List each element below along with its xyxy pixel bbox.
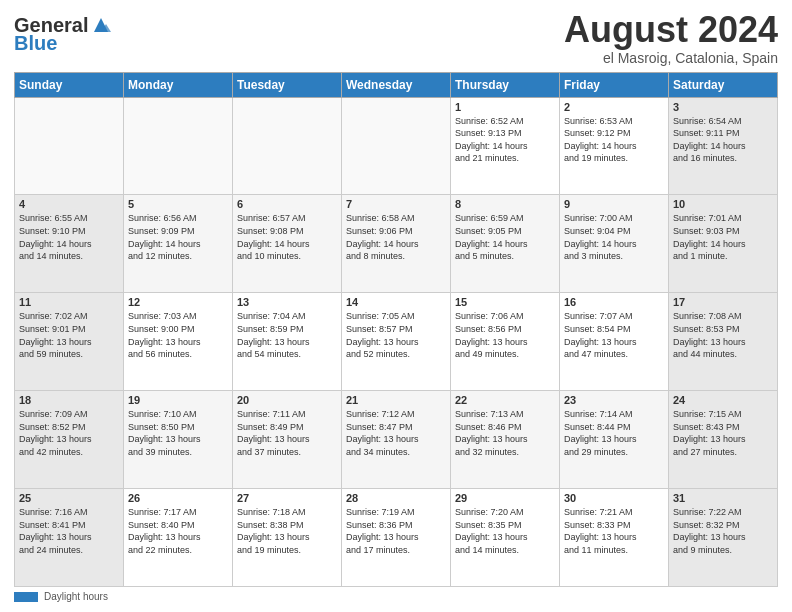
day-info: Sunrise: 7:00 AM Sunset: 9:04 PM Dayligh… — [564, 212, 664, 262]
day-number: 13 — [237, 296, 337, 308]
table-row: 14Sunrise: 7:05 AM Sunset: 8:57 PM Dayli… — [342, 293, 451, 391]
logo-blue: Blue — [14, 32, 57, 54]
table-row: 5Sunrise: 6:56 AM Sunset: 9:09 PM Daylig… — [124, 195, 233, 293]
table-row: 24Sunrise: 7:15 AM Sunset: 8:43 PM Dayli… — [669, 391, 778, 489]
table-row: 23Sunrise: 7:14 AM Sunset: 8:44 PM Dayli… — [560, 391, 669, 489]
day-info: Sunrise: 7:13 AM Sunset: 8:46 PM Dayligh… — [455, 408, 555, 458]
day-number: 28 — [346, 492, 446, 504]
day-info: Sunrise: 7:07 AM Sunset: 8:54 PM Dayligh… — [564, 310, 664, 360]
table-row: 16Sunrise: 7:07 AM Sunset: 8:54 PM Dayli… — [560, 293, 669, 391]
day-number: 16 — [564, 296, 664, 308]
table-row: 13Sunrise: 7:04 AM Sunset: 8:59 PM Dayli… — [233, 293, 342, 391]
day-number: 22 — [455, 394, 555, 406]
daylight-bar-icon — [14, 592, 38, 602]
calendar-week-row: 4Sunrise: 6:55 AM Sunset: 9:10 PM Daylig… — [15, 195, 778, 293]
day-number: 12 — [128, 296, 228, 308]
table-row: 31Sunrise: 7:22 AM Sunset: 8:32 PM Dayli… — [669, 489, 778, 587]
day-info: Sunrise: 7:15 AM Sunset: 8:43 PM Dayligh… — [673, 408, 773, 458]
day-info: Sunrise: 7:09 AM Sunset: 8:52 PM Dayligh… — [19, 408, 119, 458]
day-info: Sunrise: 7:03 AM Sunset: 9:00 PM Dayligh… — [128, 310, 228, 360]
header: General Blue August 2024 el Masroig, Cat… — [14, 10, 778, 66]
day-number: 10 — [673, 198, 773, 210]
calendar-week-row: 11Sunrise: 7:02 AM Sunset: 9:01 PM Dayli… — [15, 293, 778, 391]
table-row: 21Sunrise: 7:12 AM Sunset: 8:47 PM Dayli… — [342, 391, 451, 489]
day-info: Sunrise: 7:20 AM Sunset: 8:35 PM Dayligh… — [455, 506, 555, 556]
footer: Daylight hours — [14, 591, 778, 602]
table-row — [233, 97, 342, 195]
day-info: Sunrise: 6:52 AM Sunset: 9:13 PM Dayligh… — [455, 115, 555, 165]
day-info: Sunrise: 7:08 AM Sunset: 8:53 PM Dayligh… — [673, 310, 773, 360]
day-number: 1 — [455, 101, 555, 113]
col-friday: Friday — [560, 72, 669, 97]
table-row — [124, 97, 233, 195]
col-thursday: Thursday — [451, 72, 560, 97]
table-row: 12Sunrise: 7:03 AM Sunset: 9:00 PM Dayli… — [124, 293, 233, 391]
location: el Masroig, Catalonia, Spain — [564, 50, 778, 66]
calendar-week-row: 25Sunrise: 7:16 AM Sunset: 8:41 PM Dayli… — [15, 489, 778, 587]
day-info: Sunrise: 7:22 AM Sunset: 8:32 PM Dayligh… — [673, 506, 773, 556]
col-wednesday: Wednesday — [342, 72, 451, 97]
table-row: 20Sunrise: 7:11 AM Sunset: 8:49 PM Dayli… — [233, 391, 342, 489]
day-info: Sunrise: 7:17 AM Sunset: 8:40 PM Dayligh… — [128, 506, 228, 556]
day-info: Sunrise: 6:57 AM Sunset: 9:08 PM Dayligh… — [237, 212, 337, 262]
day-number: 25 — [19, 492, 119, 504]
day-info: Sunrise: 6:56 AM Sunset: 9:09 PM Dayligh… — [128, 212, 228, 262]
day-info: Sunrise: 7:18 AM Sunset: 8:38 PM Dayligh… — [237, 506, 337, 556]
title-block: August 2024 el Masroig, Catalonia, Spain — [564, 10, 778, 66]
day-info: Sunrise: 7:21 AM Sunset: 8:33 PM Dayligh… — [564, 506, 664, 556]
table-row: 6Sunrise: 6:57 AM Sunset: 9:08 PM Daylig… — [233, 195, 342, 293]
table-row: 7Sunrise: 6:58 AM Sunset: 9:06 PM Daylig… — [342, 195, 451, 293]
calendar-table: Sunday Monday Tuesday Wednesday Thursday… — [14, 72, 778, 587]
day-number: 27 — [237, 492, 337, 504]
day-number: 15 — [455, 296, 555, 308]
table-row: 4Sunrise: 6:55 AM Sunset: 9:10 PM Daylig… — [15, 195, 124, 293]
table-row — [15, 97, 124, 195]
table-row: 2Sunrise: 6:53 AM Sunset: 9:12 PM Daylig… — [560, 97, 669, 195]
table-row: 26Sunrise: 7:17 AM Sunset: 8:40 PM Dayli… — [124, 489, 233, 587]
col-saturday: Saturday — [669, 72, 778, 97]
day-info: Sunrise: 7:02 AM Sunset: 9:01 PM Dayligh… — [19, 310, 119, 360]
table-row: 15Sunrise: 7:06 AM Sunset: 8:56 PM Dayli… — [451, 293, 560, 391]
day-info: Sunrise: 7:12 AM Sunset: 8:47 PM Dayligh… — [346, 408, 446, 458]
day-info: Sunrise: 7:05 AM Sunset: 8:57 PM Dayligh… — [346, 310, 446, 360]
table-row: 25Sunrise: 7:16 AM Sunset: 8:41 PM Dayli… — [15, 489, 124, 587]
day-number: 11 — [19, 296, 119, 308]
page: General Blue August 2024 el Masroig, Cat… — [0, 0, 792, 612]
day-info: Sunrise: 6:53 AM Sunset: 9:12 PM Dayligh… — [564, 115, 664, 165]
day-info: Sunrise: 6:59 AM Sunset: 9:05 PM Dayligh… — [455, 212, 555, 262]
calendar-week-row: 1Sunrise: 6:52 AM Sunset: 9:13 PM Daylig… — [15, 97, 778, 195]
month-title: August 2024 — [564, 10, 778, 50]
table-row: 29Sunrise: 7:20 AM Sunset: 8:35 PM Dayli… — [451, 489, 560, 587]
table-row: 8Sunrise: 6:59 AM Sunset: 9:05 PM Daylig… — [451, 195, 560, 293]
day-number: 24 — [673, 394, 773, 406]
logo: General Blue — [14, 14, 112, 54]
table-row: 3Sunrise: 6:54 AM Sunset: 9:11 PM Daylig… — [669, 97, 778, 195]
day-info: Sunrise: 7:04 AM Sunset: 8:59 PM Dayligh… — [237, 310, 337, 360]
day-info: Sunrise: 7:16 AM Sunset: 8:41 PM Dayligh… — [19, 506, 119, 556]
table-row: 1Sunrise: 6:52 AM Sunset: 9:13 PM Daylig… — [451, 97, 560, 195]
day-info: Sunrise: 6:58 AM Sunset: 9:06 PM Dayligh… — [346, 212, 446, 262]
day-number: 29 — [455, 492, 555, 504]
day-number: 8 — [455, 198, 555, 210]
logo-icon — [90, 14, 112, 36]
day-number: 14 — [346, 296, 446, 308]
day-info: Sunrise: 6:55 AM Sunset: 9:10 PM Dayligh… — [19, 212, 119, 262]
table-row: 18Sunrise: 7:09 AM Sunset: 8:52 PM Dayli… — [15, 391, 124, 489]
calendar-header-row: Sunday Monday Tuesday Wednesday Thursday… — [15, 72, 778, 97]
day-number: 6 — [237, 198, 337, 210]
day-info: Sunrise: 7:14 AM Sunset: 8:44 PM Dayligh… — [564, 408, 664, 458]
day-number: 2 — [564, 101, 664, 113]
col-tuesday: Tuesday — [233, 72, 342, 97]
calendar-week-row: 18Sunrise: 7:09 AM Sunset: 8:52 PM Dayli… — [15, 391, 778, 489]
day-number: 3 — [673, 101, 773, 113]
day-number: 26 — [128, 492, 228, 504]
table-row: 10Sunrise: 7:01 AM Sunset: 9:03 PM Dayli… — [669, 195, 778, 293]
daylight-label: Daylight hours — [44, 591, 108, 602]
day-number: 21 — [346, 394, 446, 406]
table-row — [342, 97, 451, 195]
table-row: 9Sunrise: 7:00 AM Sunset: 9:04 PM Daylig… — [560, 195, 669, 293]
table-row: 22Sunrise: 7:13 AM Sunset: 8:46 PM Dayli… — [451, 391, 560, 489]
col-sunday: Sunday — [15, 72, 124, 97]
day-number: 9 — [564, 198, 664, 210]
day-number: 31 — [673, 492, 773, 504]
